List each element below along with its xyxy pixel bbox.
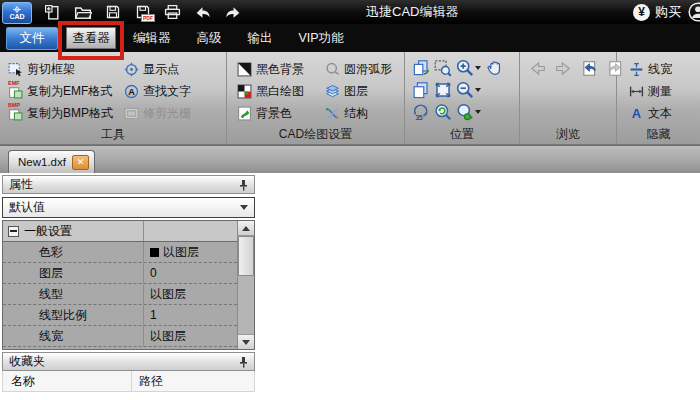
show-points-icon — [124, 62, 139, 77]
clip-frame-button[interactable]: 剪切框架 — [8, 58, 124, 80]
save-button[interactable] — [102, 2, 123, 22]
favorites-column-path[interactable]: 路径 — [131, 371, 254, 391]
scrollbar-thumb[interactable] — [238, 236, 254, 276]
property-value[interactable]: 以图层 — [143, 284, 237, 304]
undo-icon — [194, 4, 212, 20]
property-name: 色彩 — [3, 242, 143, 262]
property-name: 线型比例 — [3, 305, 143, 325]
menu-editor[interactable]: 编辑器 — [120, 24, 184, 52]
zoom-in-dropdown-icon[interactable] — [475, 66, 481, 70]
zoom-selection-dropdown-icon[interactable] — [475, 110, 481, 114]
measure-button[interactable]: 测量 — [629, 80, 672, 102]
previous-view-button[interactable] — [579, 58, 600, 78]
copy-view-button[interactable] — [410, 80, 432, 100]
tab-close-button[interactable]: ✕ — [72, 155, 89, 170]
print-button[interactable] — [162, 2, 183, 22]
zoom-window-button[interactable] — [432, 58, 454, 78]
rotate-view-button[interactable] — [410, 58, 432, 78]
ribbon-group-hide: 线宽 测量 — [617, 52, 700, 144]
scroll-up-button[interactable] — [238, 221, 254, 236]
open-file-button[interactable] — [72, 2, 93, 22]
copy-emf-button[interactable]: EMF 复制为EMF格式 — [8, 80, 124, 102]
menu-viewer[interactable]: 查看器 — [66, 27, 116, 49]
line-width-icon — [629, 62, 644, 77]
undo-button[interactable] — [192, 2, 213, 22]
cad-logo-icon[interactable]: CAD — [2, 2, 32, 24]
copy-bmp-button[interactable]: BMP 复制为BMP格式 — [8, 102, 124, 124]
titlebar: CAD — [0, 0, 700, 24]
ribbon-group-tools: 剪切框架 EMF 复制为EMF格式 — [0, 52, 227, 144]
ribbon-group-browse: 浏览 — [520, 52, 617, 144]
zoom-out-button[interactable] — [454, 80, 485, 100]
zoom-refresh-icon — [434, 103, 452, 121]
user-icon — [687, 2, 700, 22]
zoom-selection-button[interactable] — [454, 102, 485, 122]
redo-icon — [224, 4, 242, 20]
collapse-icon[interactable] — [8, 226, 19, 237]
redo-button[interactable] — [222, 2, 243, 22]
property-value[interactable]: 0 — [143, 263, 237, 283]
menu-file[interactable]: 文件 — [6, 27, 58, 50]
document-tabbar: New1.dxf ✕ — [0, 145, 700, 173]
zoom-out-dropdown-icon[interactable] — [475, 88, 481, 92]
save-as-pdf-button[interactable]: PDF — [132, 2, 153, 22]
pin-icon[interactable] — [238, 179, 249, 191]
zoom-in-icon — [456, 59, 474, 77]
scroll-down-button[interactable] — [238, 334, 254, 349]
clip-frame-label: 剪切框架 — [27, 61, 75, 78]
buy-button[interactable]: ¥ 购买 — [633, 3, 681, 21]
rotate-angle-button[interactable]: 35° — [410, 102, 432, 122]
fit-screen-icon — [434, 81, 452, 99]
zoom-in-button[interactable] — [454, 58, 485, 78]
bw-drawing-button[interactable]: 黑白绘图 — [237, 80, 325, 102]
property-value[interactable]: 1 — [143, 305, 237, 325]
text-button[interactable]: A 文本 — [629, 102, 672, 124]
new-file-button[interactable] — [42, 2, 63, 22]
tab-label: New1.dxf — [18, 156, 66, 168]
property-row-color: 色彩 以图层 — [3, 242, 237, 263]
pin-icon[interactable] — [238, 356, 249, 368]
menubar: 文件 查看器 编辑器 高级 输出 VIP功能 — [0, 24, 700, 52]
menu-advanced[interactable]: 高级 — [184, 24, 235, 52]
smooth-arc-button[interactable]: 圆滑弧形 — [325, 58, 392, 80]
fit-screen-button[interactable] — [432, 80, 454, 100]
favorites-column-name[interactable]: 名称 — [3, 371, 131, 391]
properties-scrollbar[interactable] — [237, 221, 254, 349]
copy-pages-icon — [412, 81, 430, 99]
show-points-label: 显示点 — [143, 61, 179, 78]
bw-drawing-label: 黑白绘图 — [256, 83, 304, 100]
pan-button[interactable] — [485, 58, 507, 78]
menu-output[interactable]: 输出 — [235, 24, 286, 52]
structure-button[interactable]: 结构 — [325, 102, 392, 124]
bw-drawing-icon — [237, 84, 252, 99]
svg-text:35°: 35° — [415, 114, 425, 121]
property-value-text: 0 — [150, 266, 157, 280]
line-width-button[interactable]: 线宽 — [629, 58, 672, 80]
layers-button[interactable]: 图层 — [325, 80, 392, 102]
show-points-button[interactable]: 显示点 — [124, 58, 191, 80]
property-value[interactable]: 以图层 — [143, 242, 237, 262]
document-tab[interactable]: New1.dxf ✕ — [8, 150, 95, 173]
trim-raster-label: 修剪光栅 — [143, 105, 191, 122]
zoom-refresh-button[interactable] — [432, 102, 454, 122]
account-button[interactable] — [687, 2, 700, 22]
back-arrow-icon — [529, 60, 546, 77]
text-icon: A — [629, 106, 644, 121]
black-bg-button[interactable]: 黑色背景 — [237, 58, 325, 80]
property-value[interactable]: 以图层 — [143, 326, 237, 346]
pdf-badge: PDF — [141, 14, 155, 22]
layers-icon — [325, 84, 340, 99]
find-text-button[interactable]: A 查找文字 — [124, 80, 191, 102]
previous-view-icon — [581, 60, 598, 77]
menu-vip[interactable]: VIP功能 — [286, 24, 357, 52]
black-bg-label: 黑色背景 — [256, 61, 304, 78]
property-group-row[interactable]: 一般设置 — [3, 221, 237, 242]
forward-arrow-icon — [555, 60, 572, 77]
favorites-columns: 名称 路径 — [2, 371, 255, 392]
ribbon: 剪切框架 EMF 复制为EMF格式 — [0, 52, 700, 145]
bg-color-button[interactable]: 背景色 — [237, 102, 325, 124]
preset-dropdown[interactable]: 默认值 — [2, 197, 255, 218]
property-value-text: 以图层 — [150, 286, 186, 303]
text-label: 文本 — [648, 105, 672, 122]
bg-color-icon — [237, 106, 252, 121]
